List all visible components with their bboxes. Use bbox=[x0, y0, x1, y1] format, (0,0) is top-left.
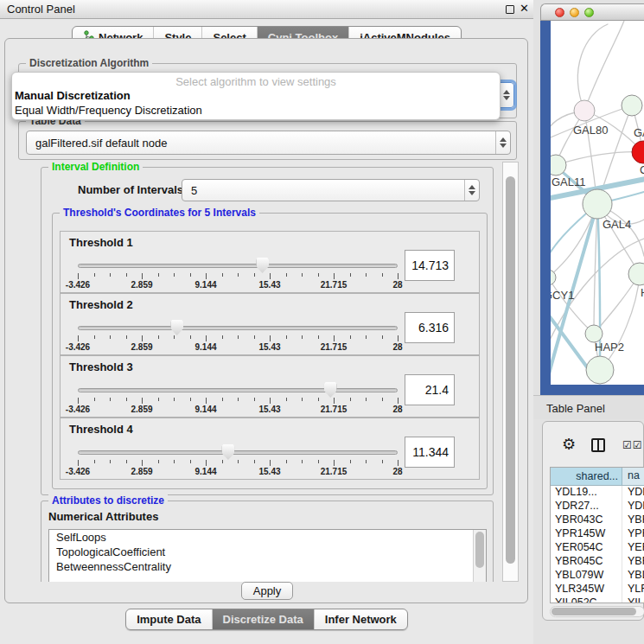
cell-shared-name: YDL19... bbox=[551, 486, 622, 500]
network-node[interactable] bbox=[628, 263, 644, 285]
minimize-traffic-light-icon[interactable] bbox=[570, 8, 579, 17]
group-label: Threshold's Coordinates for 5 Intervals bbox=[60, 207, 259, 219]
table-row[interactable]: YBL079WYBL0 bbox=[551, 569, 644, 583]
tick-label: 28 bbox=[392, 467, 402, 476]
control-panel-titlebar: Control Panel ✕ bbox=[0, 0, 533, 19]
threshold-value-field[interactable]: 11.344 bbox=[405, 437, 455, 468]
threshold-label: Threshold 3 bbox=[69, 360, 133, 373]
slider-thumb[interactable] bbox=[256, 258, 269, 273]
tab-discretize-data[interactable]: Discretize Data bbox=[212, 609, 314, 629]
attribute-item-betweennesscentrality[interactable]: BetweennessCentrality bbox=[49, 559, 486, 574]
table-row[interactable]: YLR345WYLR3 bbox=[551, 583, 644, 596]
settings-scroll-area: Interval Definition Number of Intervals … bbox=[11, 162, 505, 582]
tick-label: 15.43 bbox=[258, 467, 280, 476]
table-row[interactable]: YPR145WYPR1 bbox=[551, 527, 644, 541]
network-node[interactable] bbox=[574, 100, 595, 121]
close-icon[interactable]: ✕ bbox=[520, 2, 529, 15]
threshold-value-field[interactable]: 14.713 bbox=[405, 250, 455, 281]
cell-shared-name: YLR345W bbox=[551, 583, 622, 596]
network-view-frame: GAL80GACGAL11GAL4GCY1HHAP2 bbox=[540, 21, 644, 395]
slider-thumb[interactable] bbox=[170, 320, 183, 335]
tick-label: 2.859 bbox=[131, 342, 152, 352]
horizontal-scrollbar-thumb[interactable] bbox=[552, 608, 636, 615]
slider-tick-labels: -3.4262.8599.14415.4321.71528 bbox=[78, 467, 398, 477]
cell-name: YPR1 bbox=[622, 527, 644, 541]
network-canvas[interactable]: GAL80GACGAL11GAL4GCY1HHAP2 bbox=[551, 21, 644, 385]
slider-track[interactable] bbox=[78, 264, 398, 268]
vertical-scrollbar[interactable] bbox=[502, 162, 519, 582]
apply-button[interactable]: Apply bbox=[241, 582, 293, 600]
tab-impute-data[interactable]: Impute Data bbox=[126, 609, 211, 629]
threshold-label: Threshold 4 bbox=[69, 423, 133, 436]
attribute-item-topologicalcoefficient[interactable]: TopologicalCoefficient bbox=[49, 545, 486, 559]
threshold-value-field[interactable]: 6.316 bbox=[405, 312, 455, 343]
table-row[interactable]: YDR27...YDR2 bbox=[551, 500, 644, 513]
network-node[interactable] bbox=[551, 270, 556, 285]
network-node[interactable] bbox=[583, 189, 612, 219]
close-traffic-light-icon[interactable] bbox=[555, 8, 564, 17]
list-scrollbar[interactable] bbox=[473, 530, 486, 582]
slider-track[interactable] bbox=[78, 388, 398, 392]
table-row[interactable]: YBR045CYBR0 bbox=[551, 555, 644, 569]
split-columns-icon[interactable] bbox=[591, 438, 605, 452]
right-side-area: GAL80GACGAL11GAL4GCY1HHAP2 Table Panel ⚙… bbox=[533, 0, 644, 644]
tab-label: Discretize Data bbox=[223, 613, 303, 626]
tick-label: 21.715 bbox=[321, 405, 348, 414]
network-window-titlebar bbox=[540, 3, 644, 21]
threshold-slider: -3.4262.8599.14415.4321.71528 bbox=[78, 259, 398, 289]
gear-icon[interactable]: ⚙ bbox=[562, 435, 576, 454]
table-row[interactable]: YBR043CYBR0 bbox=[551, 513, 644, 527]
tick-label: 21.715 bbox=[321, 280, 348, 290]
tick-label: 15.43 bbox=[258, 342, 280, 352]
network-node[interactable] bbox=[622, 95, 642, 116]
numerical-attributes-list[interactable]: SelfLoopsTopologicalCoefficientBetweenne… bbox=[48, 529, 487, 582]
dropdown-option-equal-width-frequency-discretization[interactable]: Equal Width/Frequency Discretization bbox=[12, 103, 500, 118]
tab-infer-network[interactable]: Infer Network bbox=[314, 609, 407, 629]
dropdown-option-manual-discretization[interactable]: Manual Discretization bbox=[12, 88, 500, 103]
threshold-value-field[interactable]: 21.4 bbox=[405, 374, 455, 405]
node-label: HAP2 bbox=[595, 341, 624, 354]
table-row[interactable]: YIL052CYIL0 bbox=[551, 596, 644, 603]
slider-tick-labels: -3.4262.8599.14415.4321.71528 bbox=[78, 280, 398, 290]
attribute-item-selfloops[interactable]: SelfLoops bbox=[49, 530, 486, 545]
horizontal-scrollbar[interactable] bbox=[550, 606, 644, 617]
slider-track[interactable] bbox=[78, 450, 398, 455]
slider-tick-labels: -3.4262.8599.14415.4321.71528 bbox=[78, 405, 398, 415]
select-columns-icon[interactable]: ☑☑ bbox=[622, 439, 643, 451]
cell-shared-name: YIL052C bbox=[551, 596, 622, 603]
network-graph: GAL80GACGAL11GAL4GCY1HHAP2 bbox=[551, 21, 644, 385]
threshold-label: Threshold 2 bbox=[69, 298, 133, 311]
node-attribute-table[interactable]: shared... na YDL19...YDL1YDR27...YDR2YBR… bbox=[550, 467, 644, 603]
slider-thumb[interactable] bbox=[324, 382, 337, 398]
bottom-tabbar: Impute DataDiscretize DataInfer Network bbox=[0, 609, 533, 630]
threshold-panel-2: Threshold 2-3.4262.8599.14415.4321.71528… bbox=[60, 293, 480, 355]
threshold-panel-1: Threshold 1-3.4262.8599.14415.4321.71528… bbox=[60, 231, 480, 293]
tick-label: 9.144 bbox=[194, 280, 216, 290]
column-header-name[interactable]: na bbox=[622, 468, 644, 485]
network-node[interactable] bbox=[586, 356, 614, 384]
slider-track[interactable] bbox=[78, 326, 398, 330]
table-row[interactable]: YDL19...YDL1 bbox=[551, 486, 644, 500]
slider-ticks bbox=[78, 335, 398, 342]
slider-ticks bbox=[78, 460, 398, 467]
slider-tick-labels: -3.4262.8599.14415.4321.71528 bbox=[78, 342, 398, 353]
window-title: Control Panel bbox=[7, 3, 75, 16]
network-node[interactable] bbox=[585, 325, 603, 342]
column-header-shared-name[interactable]: shared... bbox=[551, 468, 622, 485]
number-of-intervals-combobox[interactable]: 5 bbox=[182, 179, 480, 201]
slider-thumb[interactable] bbox=[221, 444, 234, 460]
table-data-combobox[interactable]: galFiltered.sif default node bbox=[26, 131, 511, 155]
dropdown-options: Manual DiscretizationEqual Width/Frequen… bbox=[12, 88, 500, 118]
tick-label: 28 bbox=[392, 280, 402, 290]
tick-label: 9.144 bbox=[194, 467, 216, 476]
table-data-group: Table Data galFiltered.sif default node bbox=[18, 121, 517, 160]
control-panel-window: Control Panel ✕ NetworkStyleSelectCyni T… bbox=[0, 0, 533, 644]
node-label: H bbox=[641, 286, 644, 299]
cell-name: YBL0 bbox=[622, 569, 644, 583]
vertical-scrollbar-thumb[interactable] bbox=[506, 176, 515, 564]
group-label: Interval Definition bbox=[48, 162, 143, 173]
zoom-traffic-light-icon[interactable] bbox=[584, 8, 594, 17]
float-window-icon[interactable] bbox=[506, 5, 514, 14]
network-node[interactable] bbox=[632, 141, 644, 163]
table-row[interactable]: YER054CYER0 bbox=[551, 541, 644, 555]
